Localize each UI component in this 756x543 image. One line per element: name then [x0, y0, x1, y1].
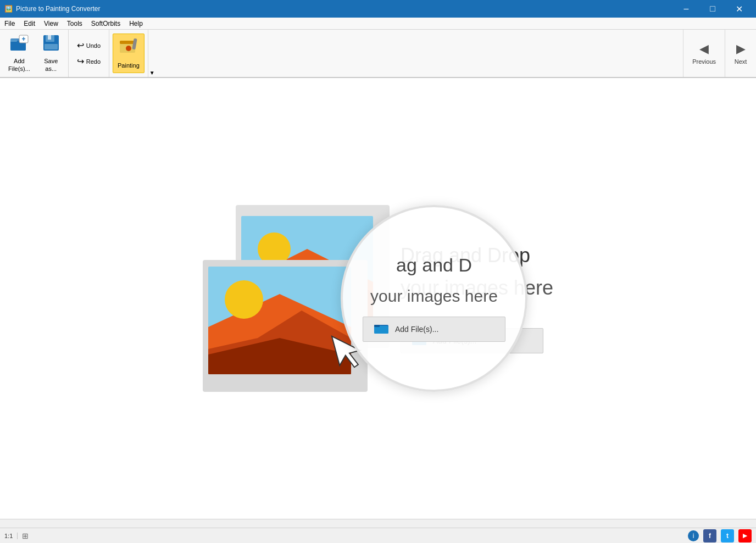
undo-button[interactable]: ↩ Undo: [72, 38, 105, 53]
next-button[interactable]: ▶ Next: [725, 30, 756, 77]
add-files-circle-button[interactable]: Add File(s)...: [363, 317, 505, 342]
minimize-button[interactable]: –: [674, 0, 699, 18]
ribbon-nav: ◀ Previous ▶ Next: [683, 30, 756, 77]
painting-icon: [119, 37, 138, 60]
front-image-inner: [208, 267, 351, 374]
svg-rect-27: [374, 326, 388, 334]
youtube-icon[interactable]: ▶: [738, 529, 752, 542]
svg-rect-10: [120, 41, 135, 44]
menu-softorbits[interactable]: SoftOrbits: [87, 19, 125, 29]
add-files-button[interactable]: + AddFile(s)...: [3, 34, 35, 73]
undo-icon: ↩: [77, 40, 84, 51]
svg-rect-2: [10, 40, 17, 42]
svg-rect-28: [374, 325, 380, 327]
menu-bar: File Edit View Tools SoftOrbits Help: [0, 18, 756, 30]
main-content: Drag and Drop your images here Add File(…: [0, 78, 756, 519]
undo-label: Undo: [86, 42, 101, 49]
previous-icon: ◀: [699, 42, 709, 56]
save-as-button[interactable]: Saveas...: [37, 34, 65, 73]
save-as-icon: [42, 34, 60, 56]
title-bar-controls: – □ ✕: [674, 0, 752, 18]
title-bar-left: 🖼️ Picture to Painting Converter: [4, 5, 100, 13]
status-right: i f t ▶: [688, 529, 752, 542]
app-title: Picture to Painting Converter: [16, 5, 100, 13]
twitter-icon[interactable]: t: [721, 529, 734, 542]
redo-icon: ↪: [77, 56, 84, 67]
add-files-label: AddFile(s)...: [8, 58, 30, 72]
svg-text:+: +: [21, 35, 25, 43]
horizontal-scrollbar[interactable]: [0, 519, 756, 528]
ribbon-group-main: + AddFile(s)... Saveas...: [0, 30, 69, 77]
close-button[interactable]: ✕: [726, 0, 752, 18]
circle-magnifier: ag and D your images here Add File(s)...: [341, 205, 527, 392]
facebook-icon[interactable]: f: [703, 529, 716, 542]
svg-rect-8: [45, 44, 58, 49]
menu-tools[interactable]: Tools: [63, 19, 87, 29]
ribbon-expand-button[interactable]: ▼: [148, 30, 156, 77]
svg-point-21: [225, 280, 263, 319]
next-label: Next: [735, 58, 747, 65]
folder-icon-circle: [374, 322, 390, 337]
view-icon: ⊞: [22, 531, 29, 540]
maximize-button[interactable]: □: [700, 0, 725, 18]
redo-button[interactable]: ↪ Redo: [72, 54, 105, 69]
painting-label: Painting: [118, 62, 140, 69]
circle-text-bottom: your images here: [370, 287, 498, 306]
title-bar: 🖼️ Picture to Painting Converter – □ ✕: [0, 0, 756, 18]
previous-button[interactable]: ◀ Previous: [683, 30, 725, 77]
add-files-icon: +: [9, 34, 29, 56]
undo-redo-group: ↩ Undo ↪ Redo: [72, 38, 105, 69]
redo-label: Redo: [86, 58, 101, 65]
info-label: i: [693, 532, 694, 540]
add-files-circle-label: Add File(s)...: [395, 325, 438, 334]
ribbon-group-history: ↩ Undo ↪ Redo: [69, 30, 109, 77]
menu-view[interactable]: View: [40, 19, 63, 29]
ribbon: + AddFile(s)... Saveas... ↩ Undo: [0, 30, 756, 78]
menu-file[interactable]: File: [0, 19, 19, 29]
circle-text-top: ag and D: [396, 255, 472, 275]
svg-point-11: [126, 46, 131, 51]
ribbon-group-painting: Painting: [109, 30, 148, 77]
info-icon[interactable]: i: [688, 530, 699, 541]
menu-edit[interactable]: Edit: [19, 19, 40, 29]
status-bar: 1:1 ⊞ i f t ▶: [0, 528, 756, 543]
zoom-level: 1:1: [4, 533, 18, 539]
menu-help[interactable]: Help: [125, 19, 147, 29]
previous-label: Previous: [692, 58, 716, 65]
svg-rect-7: [48, 35, 51, 40]
app-icon: 🖼️: [4, 5, 13, 13]
save-as-label: Saveas...: [44, 58, 58, 72]
painting-button[interactable]: Painting: [113, 34, 144, 73]
next-icon: ▶: [736, 42, 746, 56]
